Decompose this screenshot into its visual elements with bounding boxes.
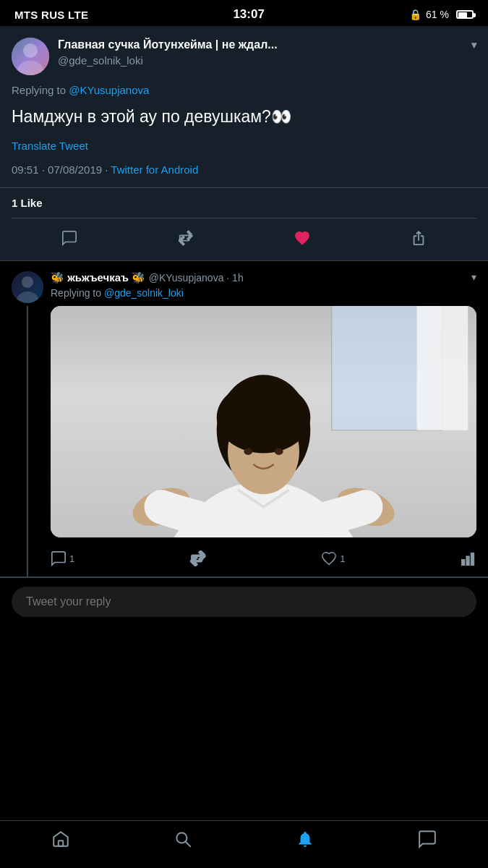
battery-percentage: 61 % [426,9,449,20]
translate-tweet-link[interactable]: Translate Tweet [12,140,476,152]
tweet-timestamp: 09:51 · 07/08/2019 [12,163,102,176]
reply-button[interactable] [53,224,86,252]
replying-to: Replying to @KYusupjanova [12,84,476,96]
svg-rect-19 [462,560,465,565]
reply-section: 🐝 жьжъечкаъ 🐝 @KYusupjanova · 1h ▾ Reply… [0,261,488,577]
bottom-nav [0,820,488,868]
avatar-image [12,38,49,75]
reply-image-svg [51,306,476,537]
display-name[interactable]: Главная сучка Йотунхейма | не ждал... ▾ [58,38,476,53]
reply-image-container[interactable] [51,306,476,537]
reply-to-link[interactable]: @KYusupjanova [69,84,149,96]
svg-line-24 [186,842,191,847]
reply-tweet: 🐝 жьжъечкаъ 🐝 @KYusupjanova · 1h ▾ Reply… [0,261,488,576]
reply-reply-icon [51,550,67,566]
svg-rect-9 [417,306,468,430]
main-tweet: Главная сучка Йотунхейма | не ждал... ▾ … [0,26,488,261]
reply-username-time: @KYusupjanova · 1h [149,272,244,284]
svg-point-4 [22,276,33,288]
reply-display-name[interactable]: 🐝 жьжъечкаъ 🐝 [51,271,145,284]
likes-count: 1 Like [12,188,476,218]
reply-chevron-icon[interactable]: ▾ [471,271,476,283]
battery-icon [456,10,474,19]
notifications-icon [296,830,314,848]
tweet-action-bar [12,218,476,260]
reply-analytics-icon [461,550,476,566]
user-info: Главная сучка Йотунхейма | не ждал... ▾ … [58,38,476,67]
svg-point-16 [275,448,283,455]
reply-reply-count: 1 [69,553,74,564]
search-nav-item[interactable] [174,830,192,854]
status-bar: MTS RUS LTE 13:07 🔒 61 % [0,0,488,26]
share-icon [411,230,427,246]
retweet-button[interactable] [169,224,202,252]
svg-point-23 [176,833,187,843]
reply-reply-button[interactable]: 1 [51,550,74,566]
svg-rect-21 [471,553,474,566]
reply-to-user: Replying to @gde_solnik_loki [51,287,476,299]
search-icon [174,830,192,848]
reply-like-button[interactable]: 1 [321,550,345,566]
reply-image [51,306,476,537]
status-right-group: 🔒 61 % [409,9,474,20]
carrier-text: MTS RUS LTE [14,9,88,21]
messages-icon [418,830,437,848]
likes-number: 1 [12,197,17,209]
tweet-meta: 09:51 · 07/08/2019 · Twitter for Android [12,163,476,176]
display-name-text: Главная сучка Йотунхейма | не ждал... [58,38,466,53]
svg-point-15 [244,448,252,455]
reply-right-col: 🐝 жьжъечкаъ 🐝 @KYusupjanova · 1h ▾ Reply… [51,271,476,576]
svg-rect-22 [59,841,64,846]
reply-left-col [12,271,43,576]
reply-avatar-image [12,271,43,303]
reply-user-info: 🐝 жьжъечкаъ 🐝 @KYusupjanova · 1h [51,271,468,284]
reply-to-user-link[interactable]: @gde_solnik_loki [104,287,184,299]
like-icon [294,230,310,246]
avatar-svg [12,38,49,75]
reply-retweet-icon [190,550,206,566]
username[interactable]: @gde_solnik_loki [58,54,476,67]
svg-point-14 [217,382,311,454]
messages-nav-item[interactable] [418,830,437,854]
reply-tweet-header: 🐝 жьжъечкаъ 🐝 @KYusupjanova · 1h ▾ [51,271,476,284]
twitter-source-link[interactable]: Twitter for Android [111,163,198,176]
reply-action-bar: 1 1 [51,545,476,576]
lock-icon: 🔒 [409,9,421,20]
notifications-nav-item[interactable] [296,830,314,854]
likes-word: Like [21,197,43,209]
like-button[interactable] [286,224,319,252]
reply-avatar-svg [12,271,43,303]
reply-icon [61,230,77,246]
reply-like-count: 1 [340,553,345,564]
thread-line [27,306,28,576]
svg-rect-20 [466,556,469,565]
retweet-icon [178,230,194,246]
tweet-text: Намджун в этой ау по девушкам?👀 [12,105,476,128]
avatar[interactable] [12,38,49,75]
time-display: 13:07 [233,7,264,22]
tweet-reply-input-area [0,577,488,626]
reply-analytics-button[interactable] [461,550,476,566]
reply-retweet-button[interactable] [190,550,206,566]
home-nav-item[interactable] [51,830,70,854]
reply-input[interactable] [12,587,476,617]
bottom-spacer [0,626,488,684]
reply-avatar[interactable] [12,271,43,303]
tweet-header: Главная сучка Йотунхейма | не ждал... ▾ … [12,38,476,75]
svg-point-1 [23,43,38,58]
chevron-down-icon[interactable]: ▾ [471,39,476,51]
share-button[interactable] [402,224,435,252]
home-icon [51,830,70,848]
reply-like-icon [321,550,337,566]
